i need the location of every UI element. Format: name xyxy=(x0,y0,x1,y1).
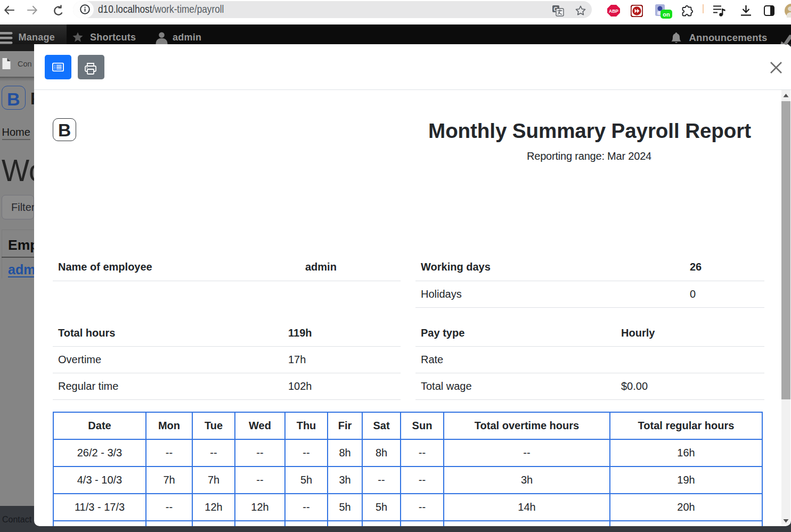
svg-text:on: on xyxy=(663,11,670,18)
svg-text:ABP: ABP xyxy=(609,9,618,14)
